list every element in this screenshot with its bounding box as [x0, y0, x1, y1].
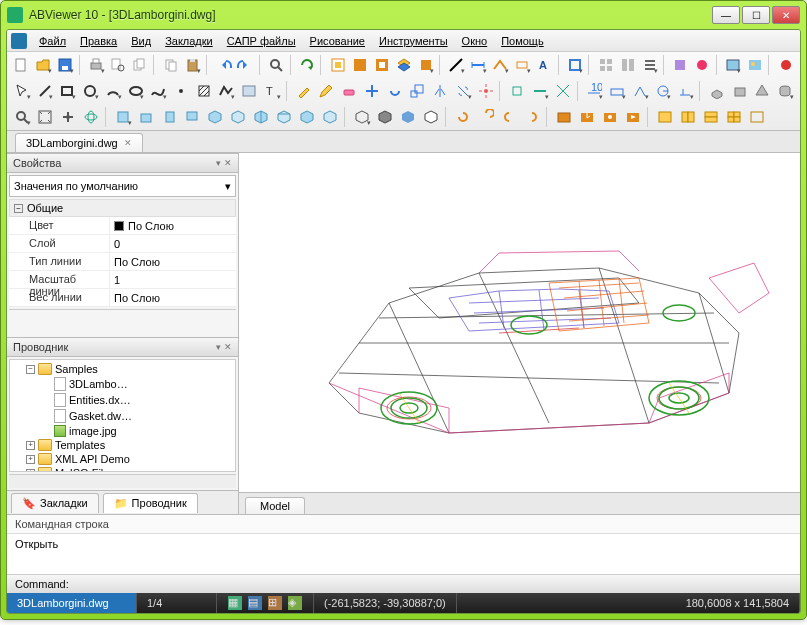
circle-tool-icon[interactable]	[79, 80, 101, 102]
export-c-icon[interactable]	[599, 106, 621, 128]
view-iso1-icon[interactable]	[204, 106, 226, 128]
rot-b-icon[interactable]	[475, 106, 497, 128]
arc-tool-icon[interactable]	[102, 80, 124, 102]
win-a-icon[interactable]	[654, 106, 676, 128]
drawing-viewport[interactable]	[239, 153, 800, 492]
solid-c-icon[interactable]	[752, 80, 774, 102]
list-icon[interactable]	[639, 54, 660, 76]
text-tool-icon[interactable]: T	[261, 80, 283, 102]
point-tool-icon[interactable]	[170, 80, 192, 102]
menu-cadfiles[interactable]: САПР файлы	[221, 33, 302, 49]
grid-a-icon[interactable]	[595, 54, 616, 76]
maximize-button[interactable]: ☐	[742, 6, 770, 24]
dim-tool-e-icon[interactable]	[674, 80, 696, 102]
grid-b-icon[interactable]	[617, 54, 638, 76]
shade-hidden-icon[interactable]	[420, 106, 442, 128]
win-b-icon[interactable]	[677, 106, 699, 128]
dim-c-icon[interactable]	[512, 54, 533, 76]
tab-bookmarks[interactable]: 🔖 Закладки	[11, 493, 99, 513]
properties-filter-combo[interactable]: Значения по умолчанию ▾	[9, 175, 236, 197]
solid-a-icon[interactable]	[706, 80, 728, 102]
view-iso6-icon[interactable]	[319, 106, 341, 128]
tab-explorer[interactable]: 📁 Проводник	[103, 493, 198, 513]
shade-wire-icon[interactable]	[351, 106, 373, 128]
redo-icon[interactable]	[235, 54, 256, 76]
snap-b-icon[interactable]	[529, 80, 551, 102]
rot-d-icon[interactable]	[521, 106, 543, 128]
misc-a-icon[interactable]	[670, 54, 691, 76]
tool-b-icon[interactable]	[371, 54, 392, 76]
tool-c-icon[interactable]	[415, 54, 436, 76]
ellipse-tool-icon[interactable]	[125, 80, 147, 102]
box-a-icon[interactable]	[564, 54, 585, 76]
hatch-tool-icon[interactable]	[193, 80, 215, 102]
layers-icon[interactable]	[393, 54, 414, 76]
export-a-icon[interactable]	[553, 106, 575, 128]
text-icon[interactable]: A	[534, 54, 555, 76]
solid-d-icon[interactable]	[774, 80, 796, 102]
explorer-header[interactable]: Проводник ▾ ✕	[7, 337, 238, 357]
menu-tools[interactable]: Инструменты	[373, 33, 454, 49]
print-icon[interactable]	[86, 54, 107, 76]
file-tree[interactable]: −Samples 3DLambo… Entities.dx… Gasket.dw…	[9, 359, 236, 472]
menu-file[interactable]: Файл	[33, 33, 72, 49]
win-d-icon[interactable]	[723, 106, 745, 128]
scale-icon[interactable]	[406, 80, 428, 102]
save-icon[interactable]	[55, 54, 76, 76]
expand-node-icon[interactable]: +	[26, 455, 35, 464]
record-icon[interactable]	[775, 54, 796, 76]
trim-icon[interactable]	[452, 80, 474, 102]
view-iso3-icon[interactable]	[250, 106, 272, 128]
collapse-icon[interactable]: ▾ ✕	[216, 158, 232, 168]
dim-tool-d-icon[interactable]	[652, 80, 674, 102]
spline-tool-icon[interactable]	[147, 80, 169, 102]
prop-color[interactable]: ЦветПо Слою	[9, 217, 236, 235]
zoom-extents-icon[interactable]	[34, 106, 56, 128]
menu-edit[interactable]: Правка	[74, 33, 123, 49]
export-d-icon[interactable]	[622, 106, 644, 128]
eraser-icon[interactable]	[338, 80, 360, 102]
export-b-icon[interactable]	[576, 106, 598, 128]
win-c-icon[interactable]	[700, 106, 722, 128]
rot-c-icon[interactable]	[498, 106, 520, 128]
command-history[interactable]: Открыть	[7, 534, 800, 574]
undo-icon[interactable]	[213, 54, 234, 76]
print-preview-icon[interactable]	[108, 54, 129, 76]
line-tool-icon[interactable]	[34, 80, 56, 102]
app-menu-icon[interactable]	[11, 33, 27, 49]
dim-tool-b-icon[interactable]	[606, 80, 628, 102]
view-back-icon[interactable]	[181, 106, 203, 128]
expand-node-icon[interactable]: +	[26, 441, 35, 450]
dim-tool-c-icon[interactable]	[629, 80, 651, 102]
document-tab[interactable]: 3DLamborgini.dwg ✕	[15, 133, 143, 152]
rotate-icon[interactable]	[384, 80, 406, 102]
menu-view[interactable]: Вид	[125, 33, 157, 49]
close-tab-icon[interactable]: ✕	[124, 138, 132, 148]
shade-gouraud-icon[interactable]	[397, 106, 419, 128]
command-prompt[interactable]: Command:	[7, 574, 800, 593]
prop-lweight[interactable]: Вес линииПо Слою	[9, 289, 236, 307]
prop-linetype[interactable]: Тип линииПо Слою	[9, 253, 236, 271]
polyline-tool-icon[interactable]	[216, 80, 238, 102]
collapse-node-icon[interactable]: −	[26, 365, 35, 374]
expand-node-icon[interactable]: +	[26, 469, 35, 473]
open-icon[interactable]	[33, 54, 54, 76]
view-iso5-icon[interactable]	[296, 106, 318, 128]
copy-icon[interactable]	[160, 54, 181, 76]
tab-model[interactable]: Model	[245, 497, 305, 514]
shade-flat-icon[interactable]	[374, 106, 396, 128]
horizontal-scrollbar[interactable]	[9, 474, 236, 488]
menu-bookmarks[interactable]: Закладки	[159, 33, 219, 49]
dim-a-icon[interactable]	[468, 54, 489, 76]
solid-b-icon[interactable]	[729, 80, 751, 102]
dim-b-icon[interactable]	[490, 54, 511, 76]
img-a-icon[interactable]	[723, 54, 744, 76]
explode-icon[interactable]	[475, 80, 497, 102]
find-icon[interactable]	[266, 54, 287, 76]
view-front-icon[interactable]	[135, 106, 157, 128]
rot-a-icon[interactable]	[452, 106, 474, 128]
paste-icon[interactable]	[182, 54, 203, 76]
properties-header[interactable]: Свойства ▾ ✕	[7, 153, 238, 173]
win-e-icon[interactable]	[746, 106, 768, 128]
menu-window[interactable]: Окно	[456, 33, 494, 49]
